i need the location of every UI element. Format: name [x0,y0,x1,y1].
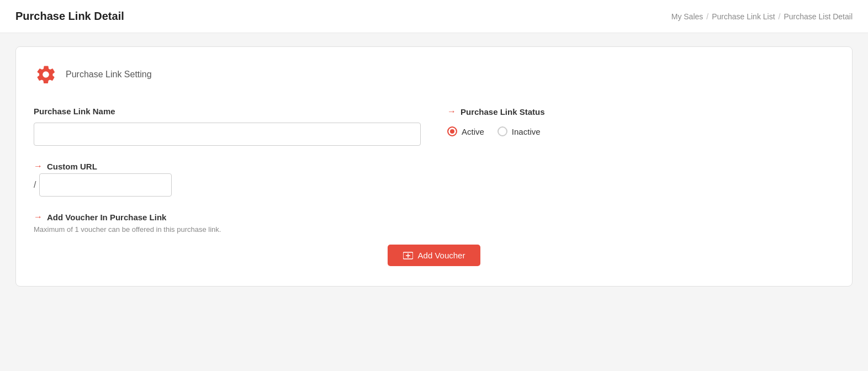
custom-url-section: → Custom URL / [34,161,834,197]
breadcrumb-separator-2: / [779,12,781,21]
voucher-hint: Maximum of 1 voucher can be offered in t… [34,225,834,234]
card-header: Purchase Link Setting [34,62,834,89]
voucher-section-title-row: → Add Voucher In Purchase Link [34,212,834,222]
form-grid: Purchase Link Name → Purchase Link Statu… [34,107,834,146]
purchase-link-status-label: Purchase Link Status [461,107,545,116]
voucher-arrow-icon: → [34,212,43,222]
radio-active-label: Active [462,127,484,136]
breadcrumb-item-3: Purchase List Detail [784,12,853,21]
purchase-link-name-label: Purchase Link Name [34,107,421,116]
status-arrow-icon: → [447,107,456,116]
radio-inactive-input[interactable] [497,126,507,136]
gear-icon [34,62,58,87]
breadcrumb-item-2: Purchase Link List [712,12,775,21]
custom-url-label-row: → Custom URL [34,161,834,171]
page-title: Purchase Link Detail [15,10,124,23]
breadcrumb-item-1: My Sales [671,12,703,21]
status-radio-active[interactable]: Active [447,126,484,136]
radio-inactive-label: Inactive [512,127,541,136]
main-content: Purchase Link Setting Purchase Link Name… [0,33,868,300]
purchase-link-status-section: → Purchase Link Status Active Inactive [447,107,834,146]
card-section-title: Purchase Link Setting [66,70,152,80]
purchase-link-name-input[interactable] [34,123,421,146]
status-radio-inactive[interactable]: Inactive [497,126,541,136]
page-header: Purchase Link Detail My Sales / Purchase… [0,0,868,33]
custom-url-arrow-icon: → [34,161,43,171]
purchase-link-card: Purchase Link Setting Purchase Link Name… [15,46,853,287]
add-voucher-icon [403,252,413,259]
url-input-row: / [34,173,834,197]
custom-url-input[interactable] [39,173,172,197]
add-voucher-label: Add Voucher [418,251,465,260]
custom-url-label: Custom URL [47,162,97,171]
add-voucher-btn-row: Add Voucher [34,245,834,266]
add-voucher-button[interactable]: Add Voucher [388,245,481,266]
purchase-link-status-label-row: → Purchase Link Status [447,107,834,116]
url-slash: / [34,180,36,190]
breadcrumb-separator-1: / [706,12,708,21]
radio-active-input[interactable] [447,126,457,136]
status-radio-group: Active Inactive [447,126,834,136]
voucher-section-title: Add Voucher In Purchase Link [47,213,166,222]
breadcrumb: My Sales / Purchase Link List / Purchase… [671,12,853,21]
purchase-link-name-section: Purchase Link Name [34,107,421,146]
voucher-section: → Add Voucher In Purchase Link Maximum o… [34,212,834,234]
